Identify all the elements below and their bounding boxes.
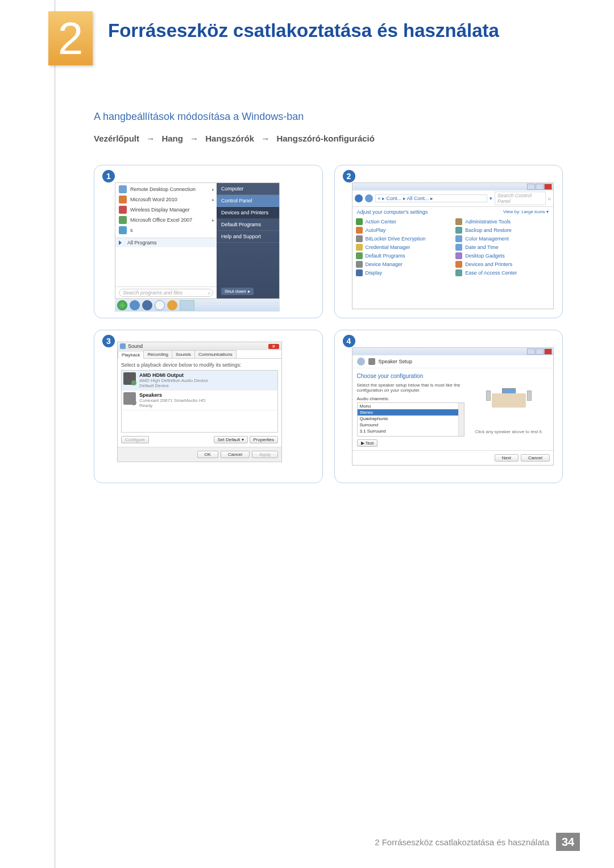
taskbar-icon[interactable] bbox=[130, 300, 140, 310]
cp-item[interactable]: Devices and Printers bbox=[455, 261, 550, 268]
cp-item-label: Date and Time bbox=[465, 244, 499, 250]
window-titlebar bbox=[352, 183, 554, 190]
window-titlebar: Sound ✕ bbox=[118, 342, 281, 350]
cp-item-label: Device Manager bbox=[366, 261, 403, 267]
back-button[interactable] bbox=[357, 358, 365, 366]
start-menu: Remote Desktop Connection ▸ Microsoft Wo… bbox=[115, 182, 280, 299]
app-icon bbox=[119, 206, 127, 214]
right-panel-item[interactable]: Computer bbox=[217, 183, 279, 195]
cp-item[interactable]: Ease of Access Center bbox=[455, 269, 550, 276]
forward-button[interactable] bbox=[365, 194, 373, 202]
gadgets-icon bbox=[455, 252, 462, 259]
cp-item[interactable]: Credential Manager bbox=[356, 244, 450, 251]
list-option[interactable]: 5.1 Surround bbox=[358, 434, 459, 437]
cp-item[interactable]: Color Management bbox=[455, 235, 550, 242]
ie-icon[interactable] bbox=[155, 300, 165, 310]
backup-icon bbox=[455, 227, 462, 234]
app-icon bbox=[119, 226, 127, 234]
cp-item[interactable]: Backup and Restore bbox=[455, 227, 550, 234]
list-option[interactable]: Quadraphonic bbox=[358, 416, 459, 422]
close-button[interactable] bbox=[544, 348, 552, 355]
cancel-button[interactable]: Cancel bbox=[521, 454, 550, 462]
taskbar-window-icon[interactable] bbox=[180, 300, 194, 310]
speaker-left-icon[interactable] bbox=[486, 391, 491, 401]
tab-playback[interactable]: Playback bbox=[118, 351, 144, 359]
apply-button[interactable]: Apply bbox=[252, 451, 278, 458]
maximize-button[interactable] bbox=[536, 184, 544, 190]
chevron-icon: ▸ bbox=[248, 289, 250, 294]
sound-dialog: Sound ✕ Playback Recording Sounds Commun… bbox=[117, 342, 282, 462]
step-badge: 3 bbox=[102, 335, 115, 347]
set-default-button[interactable]: Set Default ▾ bbox=[214, 436, 248, 443]
screenshot-panel-4: 4 Speaker Setup Choose your configuratio… bbox=[334, 330, 563, 483]
cp-item[interactable]: Action Center bbox=[356, 218, 450, 225]
close-button[interactable]: ✕ bbox=[268, 344, 279, 349]
cp-item[interactable]: Device Manager bbox=[356, 261, 450, 268]
field-label: Audio channels: bbox=[357, 396, 465, 401]
back-button[interactable] bbox=[355, 194, 363, 202]
speaker-right-icon[interactable] bbox=[527, 391, 532, 401]
start-menu-item[interactable]: Remote Desktop Connection ▸ bbox=[115, 184, 217, 194]
configure-button[interactable]: Configure bbox=[121, 436, 149, 443]
programs-icon bbox=[356, 252, 363, 259]
cp-item[interactable]: AutoPlay bbox=[356, 227, 450, 234]
view-by-dropdown[interactable]: View by: Large icons ▾ bbox=[503, 209, 549, 215]
printer-icon bbox=[455, 261, 462, 268]
cp-item-label: AutoPlay bbox=[366, 227, 386, 233]
close-button[interactable] bbox=[544, 184, 552, 190]
taskbar-icon[interactable] bbox=[167, 300, 177, 310]
breadcrumb[interactable]: « ▸ Cont... ▸ All Cont... ▸ bbox=[375, 194, 488, 202]
test-button[interactable]: ▶ Test bbox=[357, 439, 378, 447]
refresh-icon[interactable]: ▾ bbox=[489, 196, 492, 201]
menu-item-label: Microsoft Word 2010 bbox=[130, 197, 177, 202]
right-panel-item[interactable]: Control Panel bbox=[217, 195, 279, 207]
channel-listbox[interactable]: Mono Stereo Quadraphonic Surround 3.1 Su… bbox=[357, 402, 465, 437]
cp-item[interactable]: Administrative Tools bbox=[455, 218, 550, 225]
all-programs-item[interactable]: All Programs bbox=[115, 238, 217, 247]
start-menu-item[interactable]: s bbox=[115, 225, 217, 235]
search-input[interactable]: Search Control Panel bbox=[495, 192, 546, 205]
control-panel-window: « ▸ Cont... ▸ All Cont... ▸ ▾ Search Con… bbox=[352, 182, 554, 309]
start-menu-item[interactable]: Microsoft Office Excel 2007 ▸ bbox=[115, 215, 217, 225]
taskbar-icon[interactable] bbox=[142, 300, 152, 310]
speaker-icon bbox=[368, 358, 375, 365]
maximize-button[interactable] bbox=[536, 348, 544, 355]
properties-button[interactable]: Properties bbox=[250, 436, 278, 443]
next-button[interactable]: Next bbox=[495, 454, 518, 462]
scrollbar[interactable] bbox=[458, 403, 464, 436]
menu-item-label: Microsoft Office Excel 2007 bbox=[130, 217, 192, 223]
tab-recording[interactable]: Recording bbox=[143, 350, 172, 358]
list-option[interactable]: Surround bbox=[358, 422, 459, 428]
right-panel-item[interactable]: Devices and Printers bbox=[217, 207, 279, 219]
start-button-icon[interactable] bbox=[117, 300, 127, 310]
tab-communications[interactable]: Communications bbox=[194, 350, 237, 358]
right-panel-item[interactable]: Help and Support bbox=[217, 231, 279, 243]
device-item[interactable]: Speakers Conexant 20671 SmartAudio HD Re… bbox=[122, 391, 277, 410]
cp-item[interactable]: BitLocker Drive Encryption bbox=[356, 235, 450, 242]
clock-icon bbox=[455, 244, 462, 251]
device-item[interactable]: AMD HDMI Output AMD High Definition Audi… bbox=[122, 371, 277, 391]
minimize-button[interactable] bbox=[527, 348, 535, 355]
screenshot-panel-1: 1 Remote Desktop Connection ▸ Microsoft … bbox=[94, 165, 323, 318]
step-badge: 1 bbox=[102, 170, 115, 182]
minimize-button[interactable] bbox=[527, 184, 535, 190]
start-menu-item[interactable]: Microsoft Word 2010 ▸ bbox=[115, 194, 217, 205]
list-option[interactable]: Mono bbox=[358, 403, 459, 409]
list-option[interactable]: Stereo bbox=[358, 409, 459, 416]
step-badge: 4 bbox=[343, 335, 355, 347]
tab-sounds[interactable]: Sounds bbox=[172, 350, 195, 358]
device-icon bbox=[356, 261, 363, 268]
menu-item-label: Remote Desktop Connection bbox=[130, 186, 196, 192]
cp-item-label: Administrative Tools bbox=[465, 219, 511, 225]
ok-button[interactable]: OK bbox=[197, 451, 219, 458]
cp-item[interactable]: Display bbox=[356, 269, 450, 276]
search-input[interactable]: Search programs and files ⌕ bbox=[119, 289, 213, 297]
cp-item[interactable]: Default Programs bbox=[356, 252, 450, 259]
cp-item[interactable]: Date and Time bbox=[455, 244, 550, 251]
right-panel-item[interactable]: Default Programs bbox=[217, 219, 279, 231]
shutdown-button[interactable]: Shut down ▸ bbox=[221, 288, 254, 295]
cp-item[interactable]: Desktop Gadgets bbox=[455, 252, 550, 259]
list-option[interactable]: 3.1 Surround bbox=[358, 428, 459, 434]
start-menu-item[interactable]: Wireless Display Manager bbox=[115, 205, 217, 215]
cancel-button[interactable]: Cancel bbox=[221, 451, 250, 458]
